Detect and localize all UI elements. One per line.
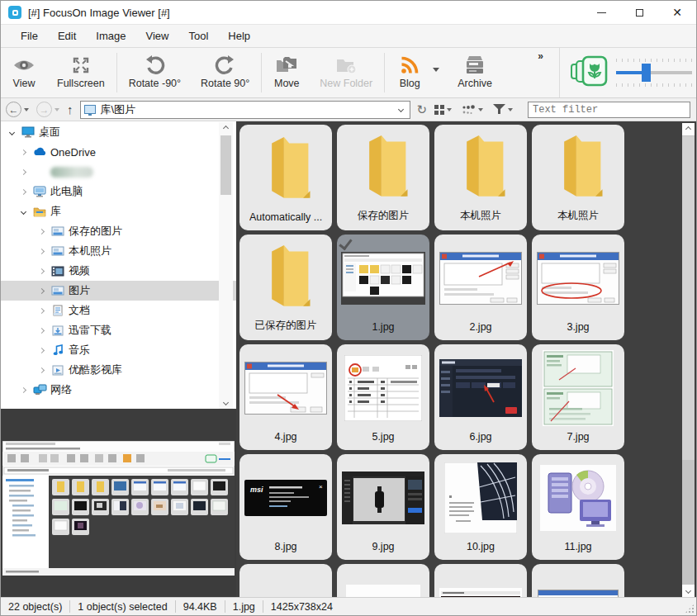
resize-grip[interactable] bbox=[685, 604, 695, 614]
view-button[interactable]: View bbox=[1, 48, 47, 97]
text-filter-input[interactable] bbox=[528, 102, 690, 118]
tree-scrollbar[interactable] bbox=[219, 122, 233, 409]
menu-view[interactable]: View bbox=[136, 25, 179, 47]
grid-item-folder[interactable]: 保存的图片 bbox=[337, 125, 429, 230]
tree-label: 保存的图片 bbox=[69, 224, 122, 239]
item-label: 10.jpg bbox=[467, 541, 495, 552]
item-label: 本机照片 bbox=[460, 209, 501, 223]
grid-item-image[interactable] bbox=[239, 564, 332, 597]
tree-item-videos[interactable]: 视频 bbox=[1, 261, 236, 281]
tree-item-music[interactable]: 音乐 bbox=[1, 340, 236, 360]
move-folders-icon bbox=[275, 54, 298, 77]
grid-item-image-selected[interactable]: 1.jpg bbox=[337, 235, 429, 340]
desktop-icon bbox=[21, 126, 36, 139]
grid-item-image[interactable]: 9.jpg bbox=[337, 454, 429, 560]
tree-item-thunder-download[interactable]: 迅雷下载 bbox=[1, 320, 236, 340]
group-by-button[interactable] bbox=[462, 104, 486, 116]
maximize-button[interactable] bbox=[620, 1, 658, 24]
address-dropdown-caret[interactable] bbox=[397, 107, 403, 112]
up-button[interactable]: ↑ bbox=[67, 102, 73, 116]
grid-item-folder[interactable]: 已保存的图片 bbox=[239, 235, 332, 340]
status-file-size: 94.4KB bbox=[176, 601, 225, 613]
videos-library-icon bbox=[50, 264, 65, 277]
tree-item-onedrive[interactable]: OneDrive bbox=[1, 142, 236, 162]
view-mode-caret[interactable] bbox=[447, 108, 452, 111]
tree-item-network[interactable]: 网络 bbox=[1, 380, 236, 400]
tree-item-this-pc[interactable]: 此电脑 bbox=[1, 182, 236, 201]
download-library-icon bbox=[50, 324, 65, 337]
grid-item-image[interactable]: 5.jpg bbox=[337, 344, 429, 450]
image-thumbnail bbox=[532, 454, 624, 541]
grid-item-image[interactable] bbox=[434, 564, 527, 597]
rss-icon bbox=[400, 54, 420, 77]
pictures-library-icon bbox=[50, 244, 65, 258]
grid-item-folder[interactable]: 本机照片 bbox=[532, 125, 624, 230]
scrollbar-thumb[interactable] bbox=[220, 135, 231, 195]
menu-help[interactable]: Help bbox=[218, 25, 260, 47]
grid-item-image[interactable] bbox=[532, 564, 624, 597]
move-button[interactable]: Move bbox=[263, 48, 310, 97]
address-field[interactable]: 库\图片 bbox=[80, 101, 410, 119]
forward-history-caret[interactable] bbox=[55, 108, 59, 111]
network-icon bbox=[32, 383, 47, 396]
blog-dropdown-caret[interactable] bbox=[433, 68, 439, 72]
refresh-icon[interactable]: ↻ bbox=[417, 102, 428, 117]
fullscreen-button[interactable]: Fullscreen bbox=[47, 48, 115, 97]
grid-scrollbar[interactable] bbox=[682, 123, 695, 597]
archive-button[interactable]: Archive bbox=[448, 48, 502, 97]
menu-file[interactable]: File bbox=[11, 25, 48, 47]
archive-label: Archive bbox=[458, 78, 492, 89]
slider-thumb[interactable] bbox=[642, 64, 651, 82]
close-button[interactable]: ✕ bbox=[658, 1, 696, 24]
tree-item-saved-pictures[interactable]: 保存的图片 bbox=[1, 221, 236, 241]
blog-button[interactable]: Blog bbox=[386, 48, 433, 97]
filter-button[interactable] bbox=[493, 104, 515, 115]
thumbnail-grid-area: Automatically ... 保存的图片 本机照片 本机照片 已保存的 bbox=[236, 121, 696, 597]
grid-item-image[interactable]: 11.jpg bbox=[532, 454, 624, 560]
menu-edit[interactable]: Edit bbox=[48, 25, 86, 47]
view-mode-button[interactable] bbox=[434, 105, 454, 115]
scroll-up-button[interactable] bbox=[682, 123, 695, 135]
grid-item-image[interactable]: 7.jpg bbox=[532, 344, 624, 450]
rotate-ccw-button[interactable]: Rotate -90° bbox=[119, 48, 191, 97]
toolbar-overflow-chevron[interactable]: » bbox=[538, 50, 543, 62]
grid-item-folder[interactable]: Automatically ... bbox=[239, 125, 332, 230]
image-thumbnail bbox=[532, 564, 624, 597]
back-button[interactable]: ← bbox=[6, 102, 21, 117]
grid-item-folder[interactable]: 本机照片 bbox=[434, 125, 527, 230]
tree-item-camera-roll[interactable]: 本机照片 bbox=[1, 241, 236, 261]
grid-item-image[interactable]: 3.jpg bbox=[532, 235, 624, 340]
scrollbar-thumb[interactable] bbox=[682, 136, 695, 460]
scroll-down-button[interactable] bbox=[682, 585, 695, 597]
back-history-caret[interactable] bbox=[24, 108, 29, 111]
svg-text:msi: msi bbox=[250, 486, 263, 494]
tree-item-documents[interactable]: 文档 bbox=[1, 301, 236, 320]
grid-item-image[interactable] bbox=[337, 564, 429, 597]
tree-item-censored[interactable] bbox=[1, 162, 236, 182]
thumbnail-size-slider[interactable] bbox=[616, 56, 692, 89]
scroll-down-button[interactable] bbox=[219, 396, 233, 409]
scroll-up-button[interactable] bbox=[219, 122, 233, 135]
address-path: 库\图片 bbox=[101, 102, 399, 117]
rotate-cw-button[interactable]: Rotate 90° bbox=[191, 48, 259, 97]
tree-label: 库 bbox=[50, 204, 61, 219]
menu-tool[interactable]: Tool bbox=[178, 25, 218, 47]
minimize-button[interactable] bbox=[582, 1, 620, 24]
tree-item-pictures[interactable]: 图片 bbox=[1, 281, 236, 301]
grid-item-image[interactable]: 2.jpg bbox=[434, 235, 527, 340]
thumbnail-size-icon[interactable] bbox=[570, 55, 609, 90]
tree-item-desktop[interactable]: 桌面 bbox=[1, 122, 236, 142]
tree-item-youku-library[interactable]: 优酷影视库 bbox=[1, 360, 236, 380]
item-label: 11.jpg bbox=[564, 541, 591, 552]
grid-item-image[interactable]: 6.jpg bbox=[434, 344, 527, 450]
image-thumbnail bbox=[337, 344, 429, 431]
tree-item-libraries[interactable]: 库 bbox=[1, 201, 236, 221]
menu-image[interactable]: Image bbox=[86, 25, 135, 47]
tree-label: 音乐 bbox=[69, 343, 90, 358]
grid-item-image[interactable]: msi× 8.jpg bbox=[239, 454, 332, 560]
toolbar-separator bbox=[261, 53, 262, 92]
grid-item-image[interactable]: 10.jpg bbox=[434, 454, 527, 560]
group-by-caret[interactable] bbox=[478, 108, 483, 111]
grid-item-image[interactable]: 4.jpg bbox=[239, 344, 332, 450]
filter-caret[interactable] bbox=[508, 108, 513, 111]
